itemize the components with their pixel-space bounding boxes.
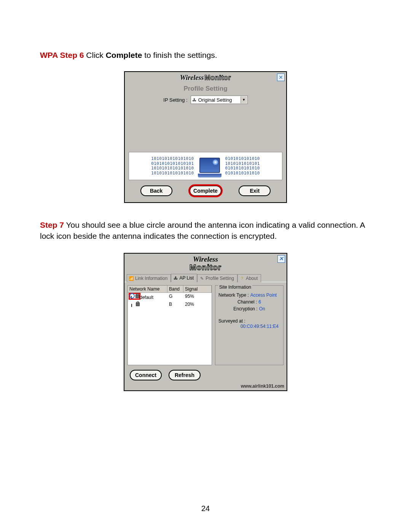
step7-prefix: Step 7 (40, 220, 64, 229)
laptop-icon (196, 155, 224, 177)
tab-bar: 📶 Link Information 🖧 AP List ✎ Profile S… (124, 273, 287, 282)
binary-right: 0101010101010 1010101010101 010101010101… (225, 157, 260, 176)
exit-button[interactable]: Exit (239, 185, 271, 196)
page-number: 24 (0, 504, 411, 513)
ip-setting-dropdown[interactable]: 🖧 Original Setting ▼ (191, 96, 248, 104)
signal-icon: 📶 (129, 276, 134, 281)
complete-button[interactable]: Complete (190, 185, 221, 196)
step6-prefix: WPA Step 6 (40, 51, 84, 59)
titlebar: WirelessMonitor ✕ (125, 72, 286, 83)
col-band[interactable]: Band (167, 286, 183, 293)
tab-profile-setting[interactable]: ✎ Profile Setting (197, 274, 237, 282)
connect-button[interactable]: Connect (130, 370, 162, 380)
antenna-connected-icon (129, 294, 140, 299)
close-icon[interactable]: ✕ (277, 73, 285, 81)
screenshot-ap-list: Wireless Monitor ✕ 📶 Link Information 🖧 … (124, 253, 287, 391)
footer-link: www.airlink101.com (124, 383, 287, 390)
network-icon: 🖧 (192, 97, 197, 102)
step6-emph: Complete (106, 51, 142, 59)
tab-ap-list[interactable]: 🖧 AP List (171, 274, 197, 282)
site-information-panel: Site Information Network Type :Access Po… (215, 285, 284, 365)
app-logo: WirelessMonitor (180, 74, 231, 82)
network-type-value: Access Point (250, 292, 277, 298)
titlebar: Wireless Monitor ✕ (124, 254, 287, 273)
close-icon[interactable]: ✕ (277, 255, 285, 263)
site-info-legend: Site Information (218, 284, 252, 290)
refresh-button[interactable]: Refresh (169, 370, 201, 380)
tab-link-information[interactable]: 📶 Link Information (127, 274, 171, 282)
app-logo: Wireless Monitor (190, 256, 221, 272)
step6-text: WPA Step 6 Click Complete to finish the … (40, 50, 371, 61)
ip-setting-row: IP Setting : 🖧 Original Setting ▼ (125, 96, 286, 107)
graphic-banner: 1010101010101010 0101010101010101 101010… (129, 152, 282, 180)
table-row[interactable]: default G 95% (128, 293, 212, 301)
channel-value: 6 (258, 299, 261, 305)
help-icon: ? (239, 276, 245, 281)
binary-left: 1010101010101010 0101010101010101 101010… (151, 157, 194, 176)
ip-setting-value: Original Setting (198, 97, 232, 103)
gear-icon: ✎ (199, 276, 204, 281)
table-row[interactable]: B 20% (128, 301, 212, 309)
step7-text: Step 7 You should see a blue circle arou… (40, 220, 371, 241)
network-icon: 🖧 (173, 275, 178, 281)
profile-setting-header: Profile Setting (125, 83, 286, 96)
tab-about[interactable]: ? About (237, 274, 261, 282)
col-signal[interactable]: Signal (183, 286, 212, 293)
table-header: Network Name Band Signal (128, 286, 212, 293)
ip-setting-label: IP Setting : (163, 97, 187, 103)
col-network-name[interactable]: Network Name (128, 286, 167, 293)
screenshot-profile-setting: WirelessMonitor ✕ Profile Setting IP Set… (124, 71, 287, 203)
chevron-down-icon: ▼ (241, 96, 247, 103)
back-button[interactable]: Back (140, 185, 172, 196)
antenna-icon (129, 302, 140, 307)
encryption-value: On (259, 306, 265, 312)
mac-address: 00:C0:49:54:11:E4 (218, 324, 280, 329)
ap-list-table[interactable]: Network Name Band Signal default G 95% B (127, 285, 212, 365)
